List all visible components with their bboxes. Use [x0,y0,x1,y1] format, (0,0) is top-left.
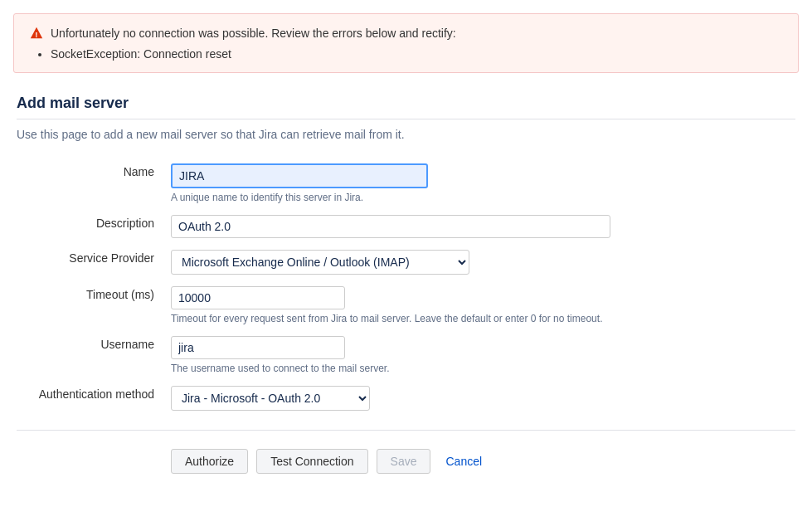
username-field-cell: The username used to connect to the mail… [166,330,795,380]
auth-method-label: Authentication method [17,380,166,417]
divider [17,430,795,431]
svg-text:!: ! [35,30,37,39]
service-provider-label: Service Provider [17,244,166,280]
timeout-input[interactable] [171,286,345,309]
service-provider-row: Service Provider Microsoft Exchange Onli… [17,244,795,280]
service-provider-field-cell: Microsoft Exchange Online / Outlook (IMA… [166,244,795,280]
username-label: Username [17,330,166,380]
description-row: Description [17,209,795,244]
authorize-button[interactable]: Authorize [171,449,248,474]
timeout-field-cell: Timeout for every request sent from Jira… [166,280,795,330]
error-banner-text: Unfortunately no connection was possible… [51,27,456,40]
error-list: SocketException: Connection reset [51,47,783,61]
description-input[interactable] [171,215,610,238]
form-table: Name A unique name to identify this serv… [17,158,795,417]
auth-method-field-cell: Jira - Microsoft - OAuth 2.0 [166,380,795,417]
username-input[interactable] [171,336,345,359]
error-banner: ! Unfortunately no connection was possib… [13,13,799,73]
timeout-label: Timeout (ms) [17,280,166,330]
timeout-hint: Timeout for every request sent from Jira… [171,313,790,324]
error-item: SocketException: Connection reset [51,47,783,61]
timeout-row: Timeout (ms) Timeout for every request s… [17,280,795,330]
auth-method-row: Authentication method Jira - Microsoft -… [17,380,795,417]
description-label: Description [17,209,166,244]
page-title: Add mail server [17,95,795,119]
page-subtitle: Use this page to add a new mail server s… [17,128,795,141]
name-label: Name [17,158,166,209]
username-hint: The username used to connect to the mail… [171,363,790,374]
auth-method-select[interactable]: Jira - Microsoft - OAuth 2.0 [171,386,370,411]
save-button: Save [377,449,431,474]
name-field-cell: A unique name to identify this server in… [166,158,795,209]
test-connection-button[interactable]: Test Connection [256,449,367,474]
service-provider-select[interactable]: Microsoft Exchange Online / Outlook (IMA… [171,250,469,275]
username-row: Username The username used to connect to… [17,330,795,380]
error-icon: ! [29,26,44,41]
description-field-cell [166,209,795,244]
cancel-button[interactable]: Cancel [439,450,489,473]
page-content: Add mail server Use this page to add a n… [0,86,812,495]
name-hint: A unique name to identify this server in… [171,192,790,203]
name-row: Name A unique name to identify this serv… [17,158,795,209]
button-row: Authorize Test Connection Save Cancel [17,444,795,479]
name-input[interactable] [171,163,428,188]
